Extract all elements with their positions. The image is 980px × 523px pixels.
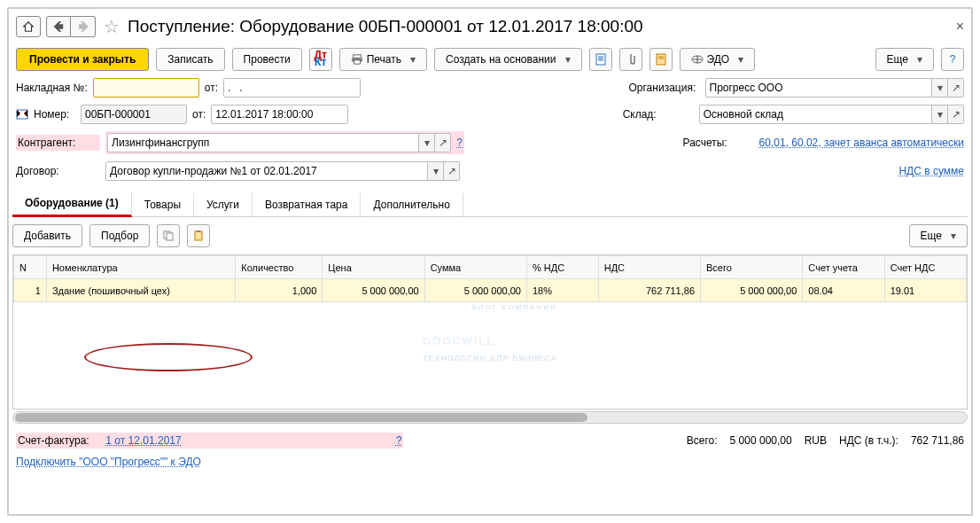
counterparty-input[interactable] bbox=[108, 134, 418, 152]
org-input[interactable] bbox=[706, 79, 932, 97]
close-icon[interactable]: × bbox=[956, 19, 964, 35]
totals-label: Всего: bbox=[687, 434, 718, 447]
tab-equipment[interactable]: Оборудование (1) bbox=[12, 191, 132, 217]
list-icon[interactable] bbox=[649, 48, 673, 71]
counterparty-open-icon[interactable]: ↗ bbox=[434, 134, 450, 152]
vat-link[interactable]: НДС в сумме bbox=[898, 165, 964, 177]
tab-services[interactable]: Услуги bbox=[194, 193, 253, 216]
page-title: Поступление: Оборудование 00БП-000001 от… bbox=[128, 17, 643, 36]
warehouse-label: Склад: bbox=[623, 108, 694, 121]
svg-rect-16 bbox=[197, 230, 200, 232]
copy-icon[interactable] bbox=[157, 224, 180, 247]
create-based-button[interactable]: Создать на основании bbox=[434, 48, 582, 71]
paste-icon[interactable] bbox=[187, 224, 210, 247]
invoice-label: Накладная №: bbox=[16, 82, 88, 94]
watermark: БЛОГ КОМПАНИИ GOODWILL ТЕХНОЛОГИИ ДЛЯ БИ… bbox=[423, 302, 557, 362]
tab-more-button[interactable]: Еще bbox=[909, 224, 968, 247]
post-and-close-button[interactable]: Провести и закрыть bbox=[16, 48, 149, 71]
doc-icon bbox=[16, 108, 28, 121]
col-vat[interactable]: НДС bbox=[598, 256, 700, 279]
favorite-icon[interactable] bbox=[101, 16, 122, 37]
home-button[interactable] bbox=[16, 16, 41, 37]
connect-edo-link[interactable]: Подключить "OOO "Прогресс"" к ЭДО bbox=[16, 456, 201, 468]
tabs: Оборудование (1) Товары Услуги Возвратна… bbox=[12, 191, 968, 217]
from-label: от: bbox=[205, 82, 218, 94]
invoice-date-input[interactable] bbox=[224, 79, 361, 97]
tab-goods[interactable]: Товары bbox=[132, 193, 194, 216]
vat-sum: 762 711,86 bbox=[911, 434, 964, 447]
tab-returnable[interactable]: Возвратная тара bbox=[253, 193, 362, 216]
invoice-input[interactable] bbox=[93, 78, 199, 98]
date-input[interactable] bbox=[212, 105, 348, 123]
col-vatacct[interactable]: Счет НДС bbox=[884, 256, 966, 279]
vat-label: НДС (в т.ч.): bbox=[839, 434, 898, 447]
write-button[interactable]: Записать bbox=[156, 48, 224, 71]
equipment-table[interactable]: N Номенклатура Количество Цена Сумма % Н… bbox=[13, 255, 967, 302]
totals-sum: 5 000 000,00 bbox=[730, 434, 792, 447]
tab-additional[interactable]: Дополнительно bbox=[361, 193, 463, 216]
contract-label: Договор: bbox=[16, 165, 100, 177]
org-dropdown-icon[interactable]: ▾ bbox=[931, 79, 947, 97]
attach-icon[interactable] bbox=[619, 48, 642, 71]
counterparty-dropdown-icon[interactable]: ▾ bbox=[418, 134, 434, 152]
svg-rect-2 bbox=[354, 60, 360, 64]
col-acct[interactable]: Счет учета bbox=[803, 256, 884, 279]
invoice-fact-help[interactable]: ? bbox=[396, 434, 402, 447]
back-button[interactable] bbox=[46, 16, 71, 37]
warehouse-input[interactable] bbox=[700, 105, 931, 123]
print-button[interactable]: Печать bbox=[339, 48, 427, 71]
add-row-button[interactable]: Добавить bbox=[12, 224, 82, 247]
org-label: Организация: bbox=[629, 82, 700, 94]
contract-dropdown-icon[interactable]: ▾ bbox=[427, 162, 443, 180]
col-vatrate[interactable]: % НДС bbox=[526, 256, 598, 279]
number-label: Номер: bbox=[34, 108, 75, 121]
invoice-fact-label: Счет-фактура: bbox=[18, 434, 89, 447]
number-input[interactable] bbox=[81, 105, 187, 124]
table-row[interactable]: 1 Здание (пошивочный цех) 1,000 5 000 00… bbox=[14, 279, 967, 302]
edo-button[interactable]: ЭДО bbox=[680, 48, 756, 71]
dtkt-icon[interactable]: ДтКт bbox=[309, 48, 332, 71]
counterparty-help-icon[interactable]: ? bbox=[456, 137, 463, 149]
sheet-icon[interactable] bbox=[589, 48, 612, 71]
svg-rect-15 bbox=[195, 231, 202, 240]
pick-button[interactable]: Подбор bbox=[89, 224, 150, 247]
col-n[interactable]: N bbox=[14, 256, 47, 279]
from-label-2: от: bbox=[192, 108, 206, 121]
col-item[interactable]: Номенклатура bbox=[46, 256, 235, 279]
settlements-label: Расчеты: bbox=[683, 137, 754, 149]
col-total[interactable]: Всего bbox=[701, 256, 803, 279]
more-button[interactable]: Еще bbox=[875, 48, 934, 71]
svg-rect-3 bbox=[596, 54, 605, 65]
invoice-fact-link[interactable]: 1 от 12.01.2017 bbox=[105, 434, 181, 447]
svg-rect-14 bbox=[167, 233, 173, 240]
help-icon[interactable]: ? bbox=[941, 48, 964, 71]
warehouse-open-icon[interactable]: ↗ bbox=[947, 105, 963, 123]
h-scrollbar[interactable] bbox=[12, 411, 968, 424]
col-qty[interactable]: Количество bbox=[236, 256, 323, 279]
contract-open-icon[interactable]: ↗ bbox=[443, 162, 459, 180]
settlements-link[interactable]: 60.01, 60.02, зачет аванса автоматически bbox=[759, 137, 964, 149]
warehouse-dropdown-icon[interactable]: ▾ bbox=[931, 105, 947, 123]
post-button[interactable]: Провести bbox=[232, 48, 302, 71]
forward-button[interactable] bbox=[71, 16, 96, 37]
counterparty-label: Контрагент: bbox=[18, 137, 75, 149]
svg-rect-7 bbox=[657, 54, 665, 65]
org-open-icon[interactable]: ↗ bbox=[947, 79, 963, 97]
totals-currency: RUB bbox=[805, 434, 827, 447]
svg-rect-0 bbox=[353, 55, 361, 58]
col-price[interactable]: Цена bbox=[323, 256, 424, 279]
contract-input[interactable] bbox=[106, 162, 427, 180]
col-sum[interactable]: Сумма bbox=[424, 256, 526, 279]
